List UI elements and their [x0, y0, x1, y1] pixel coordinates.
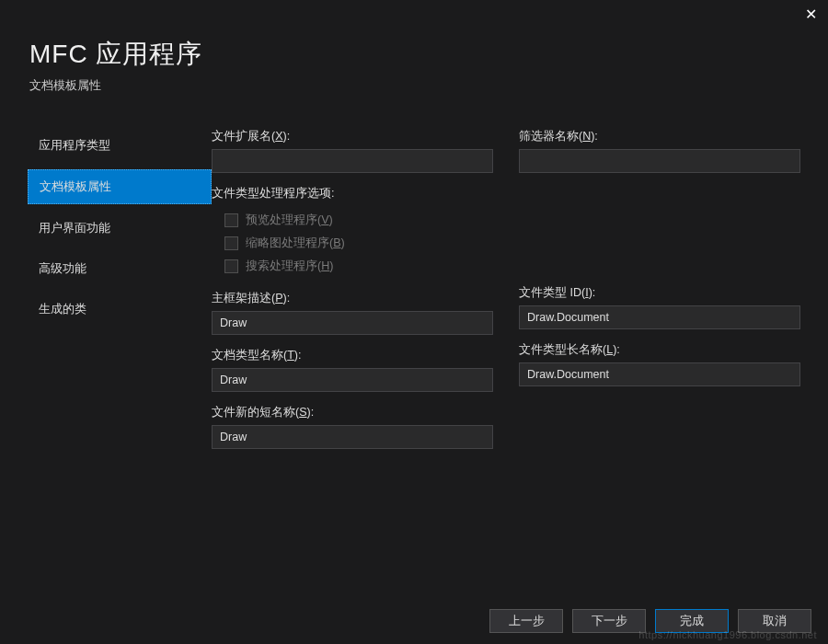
file-ext-label: 文件扩展名(X): [212, 129, 493, 144]
sidebar-item-ui-features[interactable]: 用户界面功能 [28, 212, 212, 245]
back-button[interactable]: 上一步 [489, 609, 563, 633]
finish-button[interactable]: 完成 [655, 609, 729, 633]
wizard-sidebar: 应用程序类型 文档模板属性 用户界面功能 高级功能 生成的类 [28, 129, 212, 462]
wizard-header: MFC 应用程序 文档模板属性 [0, 0, 828, 99]
wizard-subtitle: 文档模板属性 [29, 77, 828, 94]
file-ext-input[interactable] [212, 149, 493, 173]
sidebar-item-doc-template[interactable]: 文档模板属性 [28, 169, 212, 204]
sidebar-item-advanced[interactable]: 高级功能 [28, 252, 212, 285]
wizard-title: MFC 应用程序 [29, 37, 828, 72]
filetype-id-label: 文件类型 ID(I): [519, 285, 800, 301]
search-handler-label: 搜索处理程序(H) [246, 259, 333, 274]
filetype-longname-label: 文件类型长名称(L): [519, 342, 800, 358]
cancel-button[interactable]: 取消 [738, 609, 811, 633]
next-button[interactable]: 下一步 [572, 609, 646, 633]
filetype-id-input[interactable] [519, 305, 800, 329]
wizard-form: 文件扩展名(X): 文件类型处理程序选项: 预览处理程序(V) 缩略图处理程序(… [212, 129, 800, 462]
filter-name-label: 筛选器名称(N): [519, 129, 800, 144]
file-new-shortname-input[interactable] [212, 425, 493, 449]
checkbox-box [224, 236, 238, 250]
thumbnail-handler-checkbox: 缩略图处理程序(B) [212, 232, 493, 255]
preview-handler-label: 预览处理程序(V) [246, 213, 333, 228]
wizard-footer: 上一步 下一步 完成 取消 [0, 598, 828, 644]
doctype-name-input[interactable] [212, 368, 493, 392]
preview-handler-checkbox: 预览处理程序(V) [212, 209, 493, 232]
sidebar-item-app-type[interactable]: 应用程序类型 [28, 129, 212, 162]
mainframe-caption-label: 主框架描述(P): [212, 291, 493, 306]
close-icon[interactable]: ✕ [805, 6, 817, 23]
filter-name-input[interactable] [519, 149, 800, 173]
file-new-shortname-label: 文件新的短名称(S): [212, 405, 493, 420]
mainframe-caption-input[interactable] [212, 311, 493, 335]
filetype-longname-input[interactable] [519, 362, 800, 386]
sidebar-item-generated-classes[interactable]: 生成的类 [28, 293, 212, 326]
checkbox-box [224, 259, 238, 273]
thumbnail-handler-label: 缩略图处理程序(B) [246, 236, 345, 251]
doctype-name-label: 文档类型名称(T): [212, 348, 493, 363]
search-handler-checkbox: 搜索处理程序(H) [212, 255, 493, 278]
handler-group-title: 文件类型处理程序选项: [212, 186, 493, 201]
checkbox-box [224, 213, 238, 227]
